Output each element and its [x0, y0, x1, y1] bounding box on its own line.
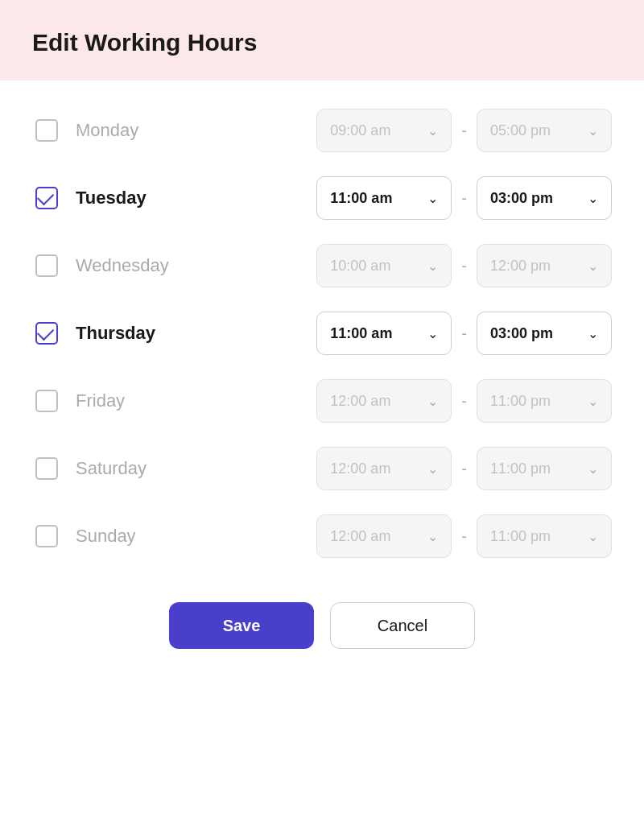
checkbox-monday[interactable] [35, 119, 58, 142]
start-time-wednesday[interactable]: 10:00 am ⌄ [316, 244, 452, 287]
end-time-text-friday: 11:00 pm [490, 393, 551, 410]
checkbox-sunday[interactable] [35, 525, 58, 547]
checkbox-friday[interactable] [35, 390, 58, 412]
start-time-saturday[interactable]: 12:00 am ⌄ [316, 447, 452, 490]
end-time-tuesday[interactable]: 03:00 pm ⌄ [477, 176, 612, 220]
end-time-text-wednesday: 12:00 pm [490, 258, 551, 275]
day-label-thursday: Thursday [76, 323, 204, 344]
checkbox-wrap-monday [32, 116, 61, 145]
checkbox-tuesday[interactable] [35, 187, 58, 209]
day-row-monday: Monday 09:00 am ⌄ - 05:00 pm ⌄ [32, 105, 612, 156]
day-label-tuesday: Tuesday [76, 188, 204, 209]
page-header: Edit Working Hours [0, 0, 644, 81]
separator-wednesday: - [461, 257, 467, 275]
start-time-monday[interactable]: 09:00 am ⌄ [316, 109, 452, 152]
day-label-wednesday: Wednesday [76, 255, 204, 276]
day-row-wednesday: Wednesday 10:00 am ⌄ - 12:00 pm ⌄ [32, 240, 612, 291]
day-row-thursday: Thursday 11:00 am ⌄ - 03:00 pm ⌄ [32, 308, 612, 359]
end-time-chevron-monday: ⌄ [588, 123, 598, 138]
start-time-text-sunday: 12:00 am [330, 528, 390, 545]
start-time-text-wednesday: 10:00 am [330, 258, 390, 275]
end-time-chevron-wednesday: ⌄ [588, 258, 598, 274]
start-time-chevron-friday: ⌄ [427, 394, 438, 409]
separator-monday: - [461, 122, 467, 140]
checkbox-thursday[interactable] [35, 322, 58, 345]
day-row-tuesday: Tuesday 11:00 am ⌄ - 03:00 pm ⌄ [32, 172, 612, 224]
start-time-tuesday[interactable]: 11:00 am ⌄ [316, 176, 452, 220]
end-time-chevron-friday: ⌄ [588, 394, 598, 409]
start-time-text-friday: 12:00 am [330, 393, 390, 410]
day-label-saturday: Saturday [76, 458, 204, 479]
page-title: Edit Working Hours [32, 29, 612, 56]
start-time-chevron-tuesday: ⌄ [427, 191, 438, 206]
end-time-text-monday: 05:00 pm [490, 122, 551, 139]
checkbox-wednesday[interactable] [35, 254, 58, 277]
time-controls-tuesday: 11:00 am ⌄ - 03:00 pm ⌄ [316, 176, 612, 220]
time-controls-monday: 09:00 am ⌄ - 05:00 pm ⌄ [316, 109, 612, 152]
checkbox-wrap-tuesday [32, 184, 61, 213]
end-time-text-thursday: 03:00 pm [490, 325, 553, 342]
end-time-chevron-thursday: ⌄ [588, 326, 598, 341]
day-label-monday: Monday [76, 120, 204, 141]
time-controls-thursday: 11:00 am ⌄ - 03:00 pm ⌄ [316, 312, 612, 355]
time-controls-sunday: 12:00 am ⌄ - 11:00 pm ⌄ [316, 514, 612, 558]
day-label-sunday: Sunday [76, 526, 204, 547]
end-time-sunday[interactable]: 11:00 pm ⌄ [477, 514, 612, 558]
start-time-chevron-wednesday: ⌄ [427, 258, 438, 274]
separator-tuesday: - [461, 189, 467, 208]
end-time-wednesday[interactable]: 12:00 pm ⌄ [477, 244, 612, 287]
checkbox-wrap-thursday [32, 319, 61, 348]
cancel-button[interactable]: Cancel [330, 602, 475, 649]
start-time-text-saturday: 12:00 am [330, 460, 390, 477]
save-button[interactable]: Save [169, 602, 314, 649]
day-label-friday: Friday [76, 390, 204, 411]
day-row-saturday: Saturday 12:00 am ⌄ - 11:00 pm ⌄ [32, 443, 612, 494]
day-row-friday: Friday 12:00 am ⌄ - 11:00 pm ⌄ [32, 375, 612, 427]
footer-actions: Save Cancel [32, 602, 612, 657]
checkbox-wrap-saturday [32, 454, 61, 483]
end-time-text-tuesday: 03:00 pm [490, 190, 553, 207]
start-time-chevron-sunday: ⌄ [427, 529, 438, 544]
end-time-text-sunday: 11:00 pm [490, 528, 551, 545]
end-time-saturday[interactable]: 11:00 pm ⌄ [477, 447, 612, 490]
time-controls-friday: 12:00 am ⌄ - 11:00 pm ⌄ [316, 379, 612, 423]
end-time-chevron-tuesday: ⌄ [588, 191, 598, 206]
end-time-thursday[interactable]: 03:00 pm ⌄ [477, 312, 612, 355]
checkbox-wrap-friday [32, 386, 61, 415]
end-time-chevron-sunday: ⌄ [588, 529, 598, 544]
separator-friday: - [461, 392, 467, 411]
end-time-friday[interactable]: 11:00 pm ⌄ [477, 379, 612, 423]
time-controls-wednesday: 10:00 am ⌄ - 12:00 pm ⌄ [316, 244, 612, 287]
checkbox-saturday[interactable] [35, 457, 58, 480]
start-time-chevron-saturday: ⌄ [427, 461, 438, 477]
content-area: Monday 09:00 am ⌄ - 05:00 pm ⌄ Tuesday 1… [0, 81, 644, 826]
start-time-text-monday: 09:00 am [330, 122, 390, 139]
end-time-text-saturday: 11:00 pm [490, 460, 551, 477]
separator-saturday: - [461, 460, 467, 478]
start-time-thursday[interactable]: 11:00 am ⌄ [316, 312, 452, 355]
separator-sunday: - [461, 527, 467, 546]
start-time-text-tuesday: 11:00 am [330, 190, 392, 207]
end-time-chevron-saturday: ⌄ [588, 461, 598, 477]
checkbox-wrap-wednesday [32, 251, 61, 280]
end-time-monday[interactable]: 05:00 pm ⌄ [477, 109, 612, 152]
checkbox-wrap-sunday [32, 522, 61, 551]
start-time-text-thursday: 11:00 am [330, 325, 392, 342]
start-time-sunday[interactable]: 12:00 am ⌄ [316, 514, 452, 558]
start-time-chevron-monday: ⌄ [427, 123, 438, 138]
start-time-chevron-thursday: ⌄ [427, 326, 438, 341]
separator-thursday: - [461, 324, 467, 343]
day-row-sunday: Sunday 12:00 am ⌄ - 11:00 pm ⌄ [32, 510, 612, 562]
time-controls-saturday: 12:00 am ⌄ - 11:00 pm ⌄ [316, 447, 612, 490]
start-time-friday[interactable]: 12:00 am ⌄ [316, 379, 452, 423]
